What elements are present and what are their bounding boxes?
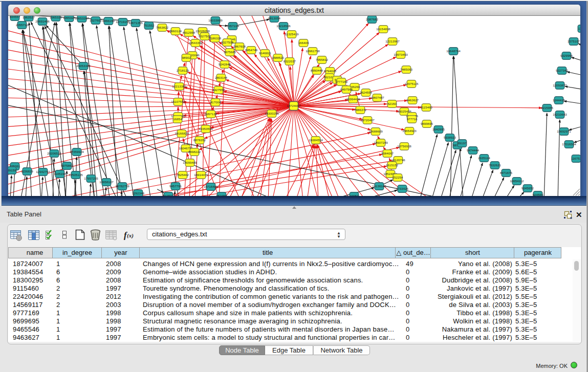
- svg-text:16210643: 16210643: [553, 113, 567, 116]
- svg-text:8990448: 8990448: [311, 69, 323, 72]
- svg-text:9242848: 9242848: [219, 62, 231, 66]
- svg-text:19218506: 19218506: [276, 24, 291, 28]
- svg-text:39159: 39159: [8, 168, 16, 172]
- svg-text:8813054: 8813054: [268, 16, 281, 20]
- svg-text:10958107: 10958107: [99, 180, 114, 184]
- svg-text:14136141: 14136141: [372, 184, 386, 188]
- svg-text:17359924: 17359924: [70, 150, 84, 154]
- svg-text:16648764: 16648764: [446, 49, 461, 53]
- svg-text:8698222: 8698222: [188, 150, 201, 154]
- svg-text:9327508: 9327508: [221, 40, 234, 44]
- svg-text:8912954: 8912954: [183, 31, 195, 34]
- svg-text:417004: 417004: [210, 100, 221, 104]
- svg-text:16854: 16854: [173, 117, 182, 121]
- svg-text:5938923: 5938923: [444, 136, 456, 139]
- svg-text:1588520: 1588520: [272, 56, 285, 59]
- svg-text:2718129: 2718129: [177, 69, 189, 72]
- svg-text:16154838: 16154838: [376, 27, 390, 31]
- svg-text:19654923: 19654923: [402, 129, 417, 133]
- svg-text:17957255: 17957255: [84, 177, 98, 180]
- svg-text:7357224: 7357224: [227, 24, 239, 28]
- svg-text:9777169: 9777169: [335, 80, 348, 83]
- svg-text:10756928: 10756928: [397, 144, 411, 148]
- svg-text:9115460: 9115460: [420, 105, 432, 109]
- svg-text:9227342: 9227342: [556, 69, 569, 72]
- svg-text:12975115: 12975115: [404, 82, 419, 85]
- svg-text:977716: 977716: [407, 117, 418, 121]
- svg-text:9474444: 9474444: [467, 148, 480, 152]
- svg-text:1065326: 1065326: [50, 16, 62, 19]
- svg-text:10961758: 10961758: [306, 49, 320, 53]
- svg-text:9699695: 9699695: [421, 122, 433, 125]
- svg-text:14099489: 14099489: [183, 161, 197, 164]
- svg-text:12093872: 12093872: [553, 83, 567, 87]
- svg-text:6497568: 6497568: [340, 87, 353, 91]
- svg-text:6466160: 6466160: [102, 19, 115, 23]
- svg-text:19384554: 19384554: [309, 138, 323, 142]
- svg-text:18907249: 18907249: [374, 141, 388, 144]
- svg-text:1615152: 1615152: [386, 163, 399, 167]
- svg-text:16914479: 16914479: [194, 173, 208, 177]
- svg-text:9084067: 9084067: [381, 151, 394, 155]
- svg-text:20053346: 20053346: [76, 64, 91, 68]
- svg-text:18724007: 18724007: [287, 104, 301, 107]
- svg-text:19166829: 19166829: [175, 132, 189, 135]
- svg-text:952459: 952459: [216, 194, 227, 196]
- svg-text:98902: 98902: [182, 56, 191, 59]
- svg-text:9146821: 9146821: [259, 51, 272, 55]
- svg-text:10807487: 10807487: [370, 96, 384, 99]
- svg-text:12505135: 12505135: [69, 173, 83, 177]
- svg-text:2803144: 2803144: [215, 76, 228, 79]
- svg-text:3624554: 3624554: [360, 91, 373, 94]
- svg-text:10543392: 10543392: [188, 41, 203, 45]
- svg-text:1244415: 1244415: [553, 98, 565, 102]
- svg-text:8454749: 8454749: [245, 48, 258, 52]
- svg-text:16033809: 16033809: [208, 18, 223, 22]
- svg-text:8186328: 8186328: [209, 36, 222, 40]
- svg-text:7625402: 7625402: [177, 173, 189, 177]
- svg-text:2087682: 2087682: [366, 17, 379, 21]
- svg-text:10688609: 10688609: [368, 129, 383, 133]
- svg-text:10653267: 10653267: [75, 16, 89, 20]
- svg-text:20691406: 20691406: [35, 19, 50, 23]
- svg-text:1963527: 1963527: [23, 16, 35, 19]
- svg-text:18300295: 18300295: [265, 112, 279, 115]
- svg-text:116753: 116753: [571, 157, 580, 160]
- svg-text:10671355: 10671355: [128, 21, 143, 25]
- svg-text:2935114: 2935114: [478, 156, 490, 160]
- svg-text:3267130: 3267130: [205, 112, 217, 116]
- svg-text:1156829: 1156829: [21, 169, 33, 173]
- svg-text:19957: 19957: [350, 194, 359, 196]
- svg-text:10719155: 10719155: [116, 20, 130, 24]
- svg-text:9245652: 9245652: [521, 186, 534, 190]
- svg-text:15716485: 15716485: [204, 185, 218, 188]
- svg-text:6794028: 6794028: [324, 69, 337, 73]
- svg-text:9463627: 9463627: [406, 98, 419, 102]
- svg-text:15692971: 15692971: [557, 129, 571, 133]
- svg-text:934557: 934557: [10, 16, 20, 18]
- svg-text:89197: 89197: [458, 141, 467, 145]
- svg-text:1733426: 1733426: [396, 187, 409, 190]
- svg-text:9329966: 9329966: [560, 54, 573, 57]
- svg-text:1292348: 1292348: [132, 191, 145, 195]
- svg-text:8427552: 8427552: [212, 88, 225, 92]
- svg-text:(x): (x): [127, 232, 134, 239]
- svg-text:15720407: 15720407: [360, 118, 375, 122]
- svg-text:3675685: 3675685: [224, 50, 236, 54]
- svg-text:2055712: 2055712: [16, 23, 29, 27]
- svg-text:1640995: 1640995: [432, 127, 445, 131]
- svg-text:8660124: 8660124: [169, 29, 182, 33]
- svg-text:9975867: 9975867: [61, 164, 74, 167]
- svg-text:7663822: 7663822: [156, 26, 169, 29]
- svg-text:12213389: 12213389: [172, 84, 186, 88]
- svg-text:17016504: 17016504: [562, 142, 576, 146]
- svg-text:751552: 751552: [144, 24, 155, 27]
- svg-text:62160: 62160: [387, 102, 397, 105]
- svg-text:10654112: 10654112: [510, 179, 524, 183]
- svg-text:8322037: 8322037: [284, 59, 296, 63]
- svg-text:8878352: 8878352: [193, 138, 206, 142]
- svg-text:7632621: 7632621: [489, 163, 502, 167]
- svg-text:12942757: 12942757: [36, 170, 50, 173]
- svg-text:8215955: 8215955: [541, 106, 554, 110]
- svg-text:9457791: 9457791: [169, 184, 182, 188]
